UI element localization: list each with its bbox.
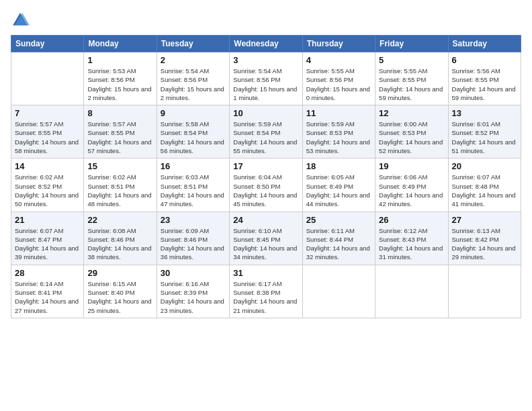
cell-day-number: 18 <box>306 161 371 171</box>
cell-info: Sunrise: 5:58 AMSunset: 8:54 PMDaylight:… <box>161 120 226 155</box>
calendar-cell: 7Sunrise: 5:57 AMSunset: 8:55 PMDaylight… <box>11 105 84 158</box>
cell-info: Sunrise: 6:09 AMSunset: 8:46 PMDaylight:… <box>161 226 226 262</box>
calendar-cell: 23Sunrise: 6:09 AMSunset: 8:46 PMDayligh… <box>157 212 229 265</box>
cell-day-number: 22 <box>87 215 152 225</box>
cell-info: Sunrise: 6:08 AMSunset: 8:46 PMDaylight:… <box>87 226 152 262</box>
cell-day-number: 2 <box>161 55 226 65</box>
calendar-row: 7Sunrise: 5:57 AMSunset: 8:55 PMDaylight… <box>11 105 521 158</box>
calendar-row: 14Sunrise: 6:02 AMSunset: 8:52 PMDayligh… <box>11 158 521 212</box>
calendar-cell: 9Sunrise: 5:58 AMSunset: 8:54 PMDaylight… <box>157 105 229 158</box>
logo <box>11 11 32 30</box>
cell-info: Sunrise: 6:12 AMSunset: 8:43 PMDaylight:… <box>379 226 444 262</box>
calendar-cell: 20Sunrise: 6:07 AMSunset: 8:48 PMDayligh… <box>448 158 521 212</box>
header-thursday: Thursday <box>302 36 375 52</box>
cell-info: Sunrise: 6:10 AMSunset: 8:45 PMDaylight:… <box>233 226 298 262</box>
page-header <box>11 11 521 30</box>
calendar-cell: 13Sunrise: 6:01 AMSunset: 8:52 PMDayligh… <box>448 105 521 158</box>
calendar-cell: 29Sunrise: 6:15 AMSunset: 8:40 PMDayligh… <box>84 265 157 318</box>
cell-day-number: 20 <box>452 161 517 171</box>
cell-info: Sunrise: 6:11 AMSunset: 8:44 PMDaylight:… <box>306 226 371 262</box>
calendar-cell: 21Sunrise: 6:07 AMSunset: 8:47 PMDayligh… <box>11 212 84 265</box>
cell-day-number: 1 <box>87 55 152 65</box>
calendar-cell <box>302 265 375 318</box>
cell-info: Sunrise: 5:56 AMSunset: 8:55 PMDaylight:… <box>452 66 517 102</box>
cell-day-number: 7 <box>15 108 80 118</box>
cell-info: Sunrise: 5:59 AMSunset: 8:53 PMDaylight:… <box>306 120 371 155</box>
calendar-cell: 18Sunrise: 6:05 AMSunset: 8:49 PMDayligh… <box>302 158 375 212</box>
cell-info: Sunrise: 6:00 AMSunset: 8:53 PMDaylight:… <box>379 120 444 155</box>
cell-info: Sunrise: 6:16 AMSunset: 8:39 PMDaylight:… <box>161 279 226 315</box>
calendar-table: SundayMondayTuesdayWednesdayThursdayFrid… <box>11 35 521 318</box>
calendar-cell: 6Sunrise: 5:56 AMSunset: 8:55 PMDaylight… <box>448 52 521 105</box>
calendar-cell: 8Sunrise: 5:57 AMSunset: 8:55 PMDaylight… <box>84 105 157 158</box>
calendar-cell: 16Sunrise: 6:03 AMSunset: 8:51 PMDayligh… <box>157 158 229 212</box>
cell-day-number: 25 <box>306 215 371 225</box>
cell-day-number: 14 <box>15 161 80 171</box>
cell-day-number: 8 <box>87 108 152 118</box>
calendar-cell <box>448 265 521 318</box>
calendar-cell: 2Sunrise: 5:54 AMSunset: 8:56 PMDaylight… <box>157 52 229 105</box>
cell-info: Sunrise: 6:02 AMSunset: 8:52 PMDaylight:… <box>15 173 80 208</box>
cell-day-number: 11 <box>306 108 371 118</box>
cell-day-number: 21 <box>15 215 80 225</box>
cell-info: Sunrise: 5:55 AMSunset: 8:56 PMDaylight:… <box>306 66 371 102</box>
calendar-cell: 28Sunrise: 6:14 AMSunset: 8:41 PMDayligh… <box>11 265 84 318</box>
cell-day-number: 16 <box>161 161 226 171</box>
cell-info: Sunrise: 6:14 AMSunset: 8:41 PMDaylight:… <box>15 279 80 315</box>
header-wednesday: Wednesday <box>230 36 302 52</box>
cell-day-number: 3 <box>233 55 298 65</box>
calendar-cell: 17Sunrise: 6:04 AMSunset: 8:50 PMDayligh… <box>230 158 302 212</box>
cell-info: Sunrise: 5:59 AMSunset: 8:54 PMDaylight:… <box>233 120 298 155</box>
cell-day-number: 28 <box>15 268 80 278</box>
cell-day-number: 4 <box>306 55 371 65</box>
cell-day-number: 31 <box>233 268 298 278</box>
cell-day-number: 29 <box>87 268 152 278</box>
calendar-cell: 27Sunrise: 6:13 AMSunset: 8:42 PMDayligh… <box>448 212 521 265</box>
cell-day-number: 27 <box>452 215 517 225</box>
cell-day-number: 9 <box>161 108 226 118</box>
calendar-cell: 31Sunrise: 6:17 AMSunset: 8:38 PMDayligh… <box>230 265 302 318</box>
logo-icon <box>11 11 30 30</box>
calendar-cell: 12Sunrise: 6:00 AMSunset: 8:53 PMDayligh… <box>375 105 448 158</box>
cell-day-number: 15 <box>87 161 152 171</box>
header-saturday: Saturday <box>448 36 521 52</box>
calendar-row: 21Sunrise: 6:07 AMSunset: 8:47 PMDayligh… <box>11 212 521 265</box>
cell-info: Sunrise: 5:53 AMSunset: 8:56 PMDaylight:… <box>87 66 152 102</box>
calendar-cell: 3Sunrise: 5:54 AMSunset: 8:56 PMDaylight… <box>230 52 302 105</box>
cell-info: Sunrise: 6:15 AMSunset: 8:40 PMDaylight:… <box>87 279 152 315</box>
cell-info: Sunrise: 5:55 AMSunset: 8:55 PMDaylight:… <box>379 66 444 102</box>
cell-day-number: 13 <box>452 108 517 118</box>
cell-info: Sunrise: 5:54 AMSunset: 8:56 PMDaylight:… <box>161 66 226 102</box>
cell-day-number: 23 <box>161 215 226 225</box>
cell-info: Sunrise: 6:01 AMSunset: 8:52 PMDaylight:… <box>452 120 517 155</box>
calendar-cell: 10Sunrise: 5:59 AMSunset: 8:54 PMDayligh… <box>230 105 302 158</box>
cell-info: Sunrise: 6:03 AMSunset: 8:51 PMDaylight:… <box>161 173 226 208</box>
cell-info: Sunrise: 5:57 AMSunset: 8:55 PMDaylight:… <box>87 120 152 155</box>
cell-day-number: 17 <box>233 161 298 171</box>
calendar-row: 1Sunrise: 5:53 AMSunset: 8:56 PMDaylight… <box>11 52 521 105</box>
calendar-cell: 22Sunrise: 6:08 AMSunset: 8:46 PMDayligh… <box>84 212 157 265</box>
calendar-cell: 26Sunrise: 6:12 AMSunset: 8:43 PMDayligh… <box>375 212 448 265</box>
cell-info: Sunrise: 6:02 AMSunset: 8:51 PMDaylight:… <box>87 173 152 208</box>
calendar-cell <box>11 52 84 105</box>
calendar-cell: 19Sunrise: 6:06 AMSunset: 8:49 PMDayligh… <box>375 158 448 212</box>
calendar-row: 28Sunrise: 6:14 AMSunset: 8:41 PMDayligh… <box>11 265 521 318</box>
cell-day-number: 12 <box>379 108 444 118</box>
cell-day-number: 30 <box>161 268 226 278</box>
header-sunday: Sunday <box>11 36 84 52</box>
calendar-cell: 14Sunrise: 6:02 AMSunset: 8:52 PMDayligh… <box>11 158 84 212</box>
calendar-cell: 5Sunrise: 5:55 AMSunset: 8:55 PMDaylight… <box>375 52 448 105</box>
header-monday: Monday <box>84 36 157 52</box>
cell-info: Sunrise: 6:06 AMSunset: 8:49 PMDaylight:… <box>379 173 444 208</box>
cell-info: Sunrise: 6:04 AMSunset: 8:50 PMDaylight:… <box>233 173 298 208</box>
cell-info: Sunrise: 6:05 AMSunset: 8:49 PMDaylight:… <box>306 173 371 208</box>
calendar-cell: 30Sunrise: 6:16 AMSunset: 8:39 PMDayligh… <box>157 265 229 318</box>
calendar-header-row: SundayMondayTuesdayWednesdayThursdayFrid… <box>11 36 521 52</box>
calendar-cell: 1Sunrise: 5:53 AMSunset: 8:56 PMDaylight… <box>84 52 157 105</box>
cell-info: Sunrise: 6:07 AMSunset: 8:47 PMDaylight:… <box>15 226 80 262</box>
calendar-cell <box>375 265 448 318</box>
header-friday: Friday <box>375 36 448 52</box>
cell-info: Sunrise: 5:57 AMSunset: 8:55 PMDaylight:… <box>15 120 80 155</box>
cell-info: Sunrise: 5:54 AMSunset: 8:56 PMDaylight:… <box>233 66 298 102</box>
cell-day-number: 6 <box>452 55 517 65</box>
